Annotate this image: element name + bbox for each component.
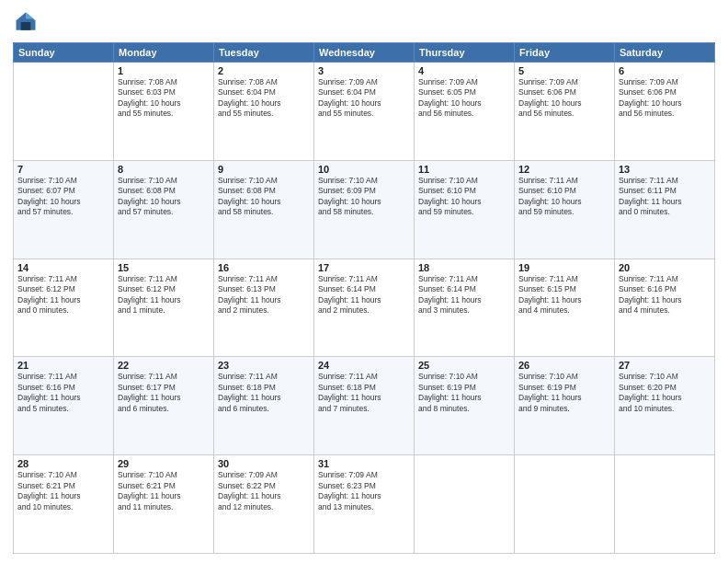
calendar-cell: 17Sunrise: 7:11 AM Sunset: 6:14 PM Dayli…: [314, 259, 415, 357]
calendar-cell: 18Sunrise: 7:11 AM Sunset: 6:14 PM Dayli…: [415, 259, 515, 357]
calendar-cell: 2Sunrise: 7:08 AM Sunset: 6:04 PM Daylig…: [214, 63, 314, 161]
calendar-cell: 25Sunrise: 7:10 AM Sunset: 6:19 PM Dayli…: [415, 357, 515, 455]
day-info: Sunrise: 7:10 AM Sunset: 6:21 PM Dayligh…: [17, 470, 109, 512]
calendar-cell: 15Sunrise: 7:11 AM Sunset: 6:12 PM Dayli…: [114, 259, 214, 357]
day-info: Sunrise: 7:11 AM Sunset: 6:13 PM Dayligh…: [218, 274, 310, 316]
day-info: Sunrise: 7:11 AM Sunset: 6:12 PM Dayligh…: [118, 274, 210, 316]
day-info: Sunrise: 7:11 AM Sunset: 6:12 PM Dayligh…: [17, 274, 109, 316]
calendar-cell: [415, 455, 515, 554]
day-number: 17: [318, 262, 410, 273]
day-number: 23: [218, 360, 310, 371]
day-number: 4: [418, 65, 510, 76]
calendar-cell: 11Sunrise: 7:10 AM Sunset: 6:10 PM Dayli…: [415, 160, 515, 259]
day-info: Sunrise: 7:11 AM Sunset: 6:16 PM Dayligh…: [17, 372, 109, 414]
calendar-cell: 26Sunrise: 7:10 AM Sunset: 6:19 PM Dayli…: [515, 357, 615, 455]
calendar-cell: 29Sunrise: 7:10 AM Sunset: 6:21 PM Dayli…: [114, 455, 214, 554]
day-info: Sunrise: 7:11 AM Sunset: 6:18 PM Dayligh…: [218, 372, 310, 414]
day-info: Sunrise: 7:11 AM Sunset: 6:14 PM Dayligh…: [418, 274, 510, 316]
day-info: Sunrise: 7:09 AM Sunset: 6:22 PM Dayligh…: [218, 470, 310, 512]
header: [13, 9, 715, 35]
day-info: Sunrise: 7:10 AM Sunset: 6:19 PM Dayligh…: [418, 372, 510, 414]
weekday-header: Thursday: [415, 43, 515, 63]
day-info: Sunrise: 7:09 AM Sunset: 6:04 PM Dayligh…: [318, 77, 410, 120]
day-number: 14: [17, 262, 109, 273]
calendar-cell: 7Sunrise: 7:10 AM Sunset: 6:07 PM Daylig…: [14, 160, 114, 259]
logo-icon: [13, 9, 39, 35]
day-number: 7: [17, 164, 109, 175]
calendar-cell: [515, 455, 615, 554]
day-number: 15: [118, 262, 210, 273]
svg-marker-1: [26, 13, 34, 19]
calendar-cell: 31Sunrise: 7:09 AM Sunset: 6:23 PM Dayli…: [314, 455, 415, 554]
calendar-cell: 12Sunrise: 7:11 AM Sunset: 6:10 PM Dayli…: [515, 160, 615, 259]
day-info: Sunrise: 7:10 AM Sunset: 6:09 PM Dayligh…: [318, 176, 410, 218]
day-number: 6: [619, 65, 711, 76]
calendar-cell: 21Sunrise: 7:11 AM Sunset: 6:16 PM Dayli…: [14, 357, 114, 455]
day-info: Sunrise: 7:08 AM Sunset: 6:03 PM Dayligh…: [118, 77, 210, 120]
day-info: Sunrise: 7:11 AM Sunset: 6:15 PM Dayligh…: [518, 274, 610, 316]
page: SundayMondayTuesdayWednesdayThursdayFrid…: [0, 0, 728, 563]
calendar-cell: 24Sunrise: 7:11 AM Sunset: 6:18 PM Dayli…: [314, 357, 415, 455]
calendar-table: SundayMondayTuesdayWednesdayThursdayFrid…: [13, 42, 715, 554]
weekday-header: Friday: [515, 43, 615, 63]
calendar-cell: 30Sunrise: 7:09 AM Sunset: 6:22 PM Dayli…: [214, 455, 314, 554]
day-number: 31: [318, 458, 410, 469]
day-info: Sunrise: 7:10 AM Sunset: 6:08 PM Dayligh…: [118, 176, 210, 218]
calendar-cell: 28Sunrise: 7:10 AM Sunset: 6:21 PM Dayli…: [14, 455, 114, 554]
calendar-cell: 14Sunrise: 7:11 AM Sunset: 6:12 PM Dayli…: [14, 259, 114, 357]
day-number: 25: [418, 360, 510, 371]
day-number: 28: [17, 458, 109, 469]
calendar-cell: 1Sunrise: 7:08 AM Sunset: 6:03 PM Daylig…: [114, 63, 214, 161]
calendar-cell: [14, 63, 114, 161]
weekday-header: Sunday: [14, 43, 114, 63]
day-number: 3: [318, 65, 410, 76]
day-number: 22: [118, 360, 210, 371]
day-number: 13: [619, 164, 711, 175]
day-info: Sunrise: 7:10 AM Sunset: 6:21 PM Dayligh…: [118, 470, 210, 512]
day-info: Sunrise: 7:09 AM Sunset: 6:06 PM Dayligh…: [518, 77, 610, 120]
calendar-cell: 19Sunrise: 7:11 AM Sunset: 6:15 PM Dayli…: [515, 259, 615, 357]
calendar-cell: 13Sunrise: 7:11 AM Sunset: 6:11 PM Dayli…: [615, 160, 715, 259]
calendar-cell: 20Sunrise: 7:11 AM Sunset: 6:16 PM Dayli…: [615, 259, 715, 357]
calendar-cell: 8Sunrise: 7:10 AM Sunset: 6:08 PM Daylig…: [114, 160, 214, 259]
day-info: Sunrise: 7:10 AM Sunset: 6:08 PM Dayligh…: [218, 176, 310, 218]
day-number: 2: [218, 65, 310, 76]
day-number: 27: [619, 360, 711, 371]
day-number: 24: [318, 360, 410, 371]
day-number: 19: [518, 262, 610, 273]
day-number: 29: [118, 458, 210, 469]
day-info: Sunrise: 7:10 AM Sunset: 6:19 PM Dayligh…: [518, 372, 610, 414]
day-number: 18: [418, 262, 510, 273]
day-number: 20: [619, 262, 711, 273]
day-info: Sunrise: 7:10 AM Sunset: 6:07 PM Dayligh…: [17, 176, 109, 218]
day-number: 16: [218, 262, 310, 273]
day-number: 1: [118, 65, 210, 76]
day-info: Sunrise: 7:10 AM Sunset: 6:20 PM Dayligh…: [619, 372, 711, 414]
calendar-cell: 27Sunrise: 7:10 AM Sunset: 6:20 PM Dayli…: [615, 357, 715, 455]
calendar-cell: [615, 455, 715, 554]
day-number: 26: [518, 360, 610, 371]
day-number: 30: [218, 458, 310, 469]
day-info: Sunrise: 7:11 AM Sunset: 6:14 PM Dayligh…: [318, 274, 410, 316]
weekday-header: Tuesday: [214, 43, 314, 63]
calendar-cell: 4Sunrise: 7:09 AM Sunset: 6:05 PM Daylig…: [415, 63, 515, 161]
logo: [13, 9, 42, 35]
day-number: 11: [418, 164, 510, 175]
day-info: Sunrise: 7:11 AM Sunset: 6:10 PM Dayligh…: [518, 176, 610, 218]
calendar-cell: 23Sunrise: 7:11 AM Sunset: 6:18 PM Dayli…: [214, 357, 314, 455]
calendar-cell: 5Sunrise: 7:09 AM Sunset: 6:06 PM Daylig…: [515, 63, 615, 161]
day-number: 21: [17, 360, 109, 371]
calendar-cell: 9Sunrise: 7:10 AM Sunset: 6:08 PM Daylig…: [214, 160, 314, 259]
day-info: Sunrise: 7:11 AM Sunset: 6:16 PM Dayligh…: [619, 274, 711, 316]
day-number: 10: [318, 164, 410, 175]
day-number: 8: [118, 164, 210, 175]
svg-rect-2: [21, 22, 31, 30]
day-number: 9: [218, 164, 310, 175]
calendar-cell: 10Sunrise: 7:10 AM Sunset: 6:09 PM Dayli…: [314, 160, 415, 259]
day-info: Sunrise: 7:09 AM Sunset: 6:06 PM Dayligh…: [619, 77, 711, 120]
calendar-cell: 22Sunrise: 7:11 AM Sunset: 6:17 PM Dayli…: [114, 357, 214, 455]
day-number: 5: [518, 65, 610, 76]
weekday-header: Monday: [114, 43, 214, 63]
day-info: Sunrise: 7:11 AM Sunset: 6:17 PM Dayligh…: [118, 372, 210, 414]
day-info: Sunrise: 7:08 AM Sunset: 6:04 PM Dayligh…: [218, 77, 310, 120]
